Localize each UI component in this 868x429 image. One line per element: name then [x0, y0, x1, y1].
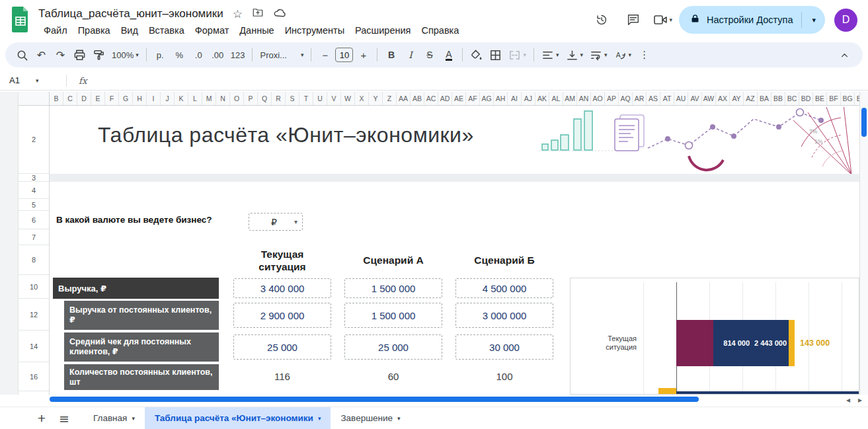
add-sheet-button[interactable]: + [30, 407, 53, 429]
column-header-L[interactable]: L [188, 92, 202, 105]
select-all-corner[interactable] [19, 92, 50, 106]
row-label-4[interactable]: Количество постоянных клиентов, шт [64, 364, 219, 390]
menu-Вставка[interactable]: Вставка [143, 24, 190, 37]
text-rotation-icon[interactable]: A ▾ [612, 46, 635, 64]
search-icon[interactable] [13, 46, 31, 64]
value-cell-r2-c1[interactable]: 2 900 000 [233, 303, 331, 328]
undo-icon[interactable]: ↶ [32, 46, 50, 64]
column-header-AB[interactable]: AB [411, 92, 424, 105]
menu-Вид[interactable]: Вид [116, 24, 143, 37]
row-header-8[interactable]: 8 [19, 245, 49, 275]
menu-Справка[interactable]: Справка [416, 24, 464, 37]
row-label-3[interactable]: Средний чек для постоянных клиентов, ₽ [64, 332, 219, 362]
sheets-logo-icon[interactable] [11, 5, 30, 37]
row-header-7[interactable]: 7 [19, 229, 49, 245]
sheet-tab-caret-icon[interactable]: ▾ [318, 415, 321, 422]
column-header-BH[interactable]: BH [855, 92, 859, 105]
column-header-AZ[interactable]: AZ [744, 92, 758, 105]
menu-Формат[interactable]: Формат [190, 24, 235, 37]
column-header-AN[interactable]: AN [577, 92, 591, 105]
column-header-R[interactable]: R [272, 92, 286, 105]
column-header-BA[interactable]: BA [758, 92, 771, 105]
row-header-3[interactable]: 3 [19, 174, 49, 182]
value-cell-r1-c3[interactable]: 4 500 000 [455, 278, 553, 298]
column-header-C[interactable]: C [63, 92, 77, 105]
sheet-tab-caret-icon[interactable]: ▾ [397, 415, 401, 422]
row-label-1[interactable]: Выручка, ₽ [53, 278, 219, 299]
row-header-6[interactable]: 6 [19, 211, 49, 229]
column-header-Z[interactable]: Z [383, 92, 397, 105]
row-header-4[interactable]: 4 [19, 182, 49, 199]
horizontal-align-icon[interactable]: ▾ [539, 46, 562, 64]
share-button[interactable]: Настройки Доступа ▾ [679, 6, 825, 34]
value-cell-r1-c1[interactable]: 3 400 000 [233, 278, 331, 298]
increase-font-size-button[interactable]: + [354, 46, 372, 64]
column-header-AJ[interactable]: AJ [522, 92, 535, 105]
column-header-AO[interactable]: AO [591, 92, 605, 105]
column-header-M[interactable]: M [202, 92, 216, 105]
row-header-14[interactable]: 14 [19, 331, 49, 362]
column-header-AP[interactable]: AP [605, 92, 619, 105]
column-header-BE[interactable]: BE [813, 92, 827, 105]
print-icon[interactable] [71, 46, 89, 64]
column-header-AS[interactable]: AS [647, 92, 660, 105]
merge-cells-icon[interactable]: ▾ [506, 46, 529, 64]
sheet-tab-caret-icon[interactable]: ▾ [132, 415, 135, 422]
column-header-AQ[interactable]: AQ [619, 92, 633, 105]
row-header-5[interactable]: 5 [19, 199, 49, 211]
column-header-BD[interactable]: BD [799, 92, 813, 105]
column-header-Q[interactable]: Q [258, 92, 272, 105]
column-header-X[interactable]: X [355, 92, 369, 105]
star-icon[interactable]: ☆ [233, 7, 243, 20]
column-header-D[interactable]: D [77, 92, 91, 105]
column-header-AE[interactable]: AE [452, 92, 466, 105]
column-header-K[interactable]: K [175, 92, 188, 105]
row-header-2[interactable]: 2 [19, 106, 49, 174]
currency-dropdown[interactable]: ₽ ▾ [249, 213, 303, 231]
decrease-font-size-button[interactable]: − [316, 46, 334, 64]
vertical-scrollbar[interactable] [859, 92, 868, 395]
column-header-AD[interactable]: AD [438, 92, 452, 105]
decrease-decimals-button[interactable]: .0 [190, 46, 208, 64]
italic-button[interactable]: I [401, 46, 419, 64]
sheet-title[interactable]: Таблица расчёта «Юнит–экономики» [98, 123, 474, 147]
fill-color-icon[interactable] [467, 46, 485, 64]
increase-decimals-button[interactable]: .00 [209, 46, 227, 64]
strikethrough-button[interactable]: S [420, 46, 438, 64]
paint-format-icon[interactable] [90, 46, 108, 64]
row-header-10[interactable]: 10 [19, 275, 49, 299]
redo-icon[interactable]: ↷ [52, 46, 69, 64]
column-header-I[interactable]: I [147, 92, 161, 105]
column-header-AW[interactable]: AW [702, 92, 716, 105]
avatar[interactable]: D [834, 9, 857, 32]
sheet-tab-1[interactable]: Главная▾ [83, 407, 145, 429]
sheet-tab-3[interactable]: Завершение▾ [331, 407, 410, 429]
percent-format-button[interactable]: % [171, 46, 188, 64]
value-cell-r3-c3[interactable]: 30 000 [455, 334, 553, 360]
column-header-V[interactable]: V [327, 92, 341, 105]
currency-caret-icon[interactable]: ▾ [294, 218, 297, 225]
vertical-scrollbar-thumb[interactable] [861, 108, 867, 137]
more-options-icon[interactable]: ⋮ [635, 46, 653, 64]
sheet-tab-2[interactable]: Таблица расчёта «Юнит–экономики▾ [145, 407, 331, 429]
name-box-caret-icon[interactable]: ▾ [36, 77, 39, 84]
bold-button[interactable]: B [382, 46, 400, 64]
column-header-AA[interactable]: AA [397, 92, 411, 105]
column-header-BC[interactable]: BC [785, 92, 799, 105]
value-cell-r2-c3[interactable]: 3 000 000 [455, 303, 553, 328]
number-format-button[interactable]: 123 [228, 46, 248, 64]
column-header-AM[interactable]: AM [563, 92, 577, 105]
borders-icon[interactable] [487, 46, 504, 64]
value-cell-r2-c2[interactable]: 1 500 000 [344, 303, 442, 328]
column-header-S[interactable]: S [286, 92, 299, 105]
column-header-AY[interactable]: AY [730, 92, 744, 105]
column-header-BB[interactable]: BB [771, 92, 785, 105]
meet-caret-icon[interactable]: ▾ [670, 17, 673, 23]
column-header-E[interactable]: E [91, 92, 105, 105]
document-title[interactable]: Таблица_расчёта_юнит–экономики [38, 7, 223, 20]
column-header-T[interactable]: T [299, 92, 313, 105]
column-header-AR[interactable]: AR [633, 92, 647, 105]
value-cell-r3-c1[interactable]: 25 000 [233, 334, 331, 360]
column-header-W[interactable]: W [341, 92, 355, 105]
column-header-BF[interactable]: BF [827, 92, 841, 105]
